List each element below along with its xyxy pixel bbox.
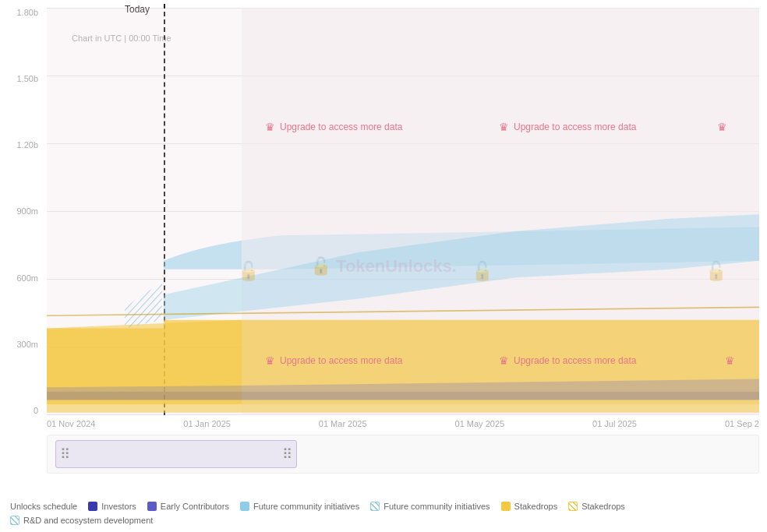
- y-label-4: 900m: [0, 206, 43, 216]
- svg-text:🔓: 🔓: [472, 260, 493, 283]
- legend-title: Unlocks schedule: [10, 502, 77, 511]
- x-label-1: 01 Nov 2024: [47, 419, 95, 428]
- scrollbar-grip-right[interactable]: ⠿: [282, 446, 292, 463]
- legend-early-contributors: Early Contributors: [147, 502, 229, 511]
- legend-color-stakedrops-hatched: [568, 502, 578, 511]
- legend-label-future-community: Future community initiatives: [253, 502, 359, 511]
- legend-color-future-community-hatched: [370, 502, 380, 511]
- y-label-5: 600m: [0, 273, 43, 283]
- legend-label-stakedrops: Stakedrops: [514, 502, 558, 511]
- x-label-3: 01 Mar 2025: [319, 419, 367, 428]
- legend-stakedrops-hatched: Stakedrops: [568, 502, 625, 511]
- legend-stakedrops: Stakedrops: [501, 502, 558, 511]
- legend-color-future-community: [240, 502, 249, 511]
- y-label-2: 1.50b: [0, 74, 43, 83]
- y-label-6: 300m: [0, 340, 43, 349]
- svg-text:🔓: 🔓: [705, 260, 727, 283]
- scrollbar-area[interactable]: ⠿ ⠿: [47, 435, 759, 474]
- x-label-6: 01 Sep 2: [725, 419, 759, 428]
- legend-label-stakedrops-hatched: Stakedrops: [581, 502, 625, 511]
- legend-label-future-community-hatched: Future community initiatives: [384, 502, 490, 511]
- legend-color-stakedrops: [501, 502, 511, 511]
- y-label-3: 1.20b: [0, 140, 43, 150]
- legend-investors: Investors: [88, 502, 136, 511]
- legend-color-investors: [88, 502, 97, 511]
- legend-future-community-hatched: Future community initiatives: [370, 502, 490, 511]
- scrollbar-grip-left[interactable]: ⠿: [60, 446, 70, 463]
- chart-svg: 🔓 🔓 🔓: [47, 8, 759, 415]
- x-label-2: 01 Jan 2025: [183, 419, 231, 428]
- legend-future-community-solid: Future community initiatives: [240, 502, 359, 511]
- legend-color-rd: [10, 516, 19, 525]
- legend-rd: R&D and ecosystem development: [10, 516, 153, 525]
- y-label-7: 0: [0, 406, 43, 415]
- svg-text:🔓: 🔓: [238, 260, 260, 283]
- legend: Unlocks schedule Investors Early Contrib…: [4, 499, 759, 528]
- x-label-4: 01 May 2025: [455, 419, 505, 428]
- scrollbar-handle[interactable]: ⠿ ⠿: [55, 440, 297, 468]
- legend-label-rd: R&D and ecosystem development: [23, 516, 153, 525]
- legend-color-early-contributors: [147, 502, 157, 511]
- x-label-5: 01 Jul 2025: [592, 419, 637, 428]
- legend-title-text: Unlocks schedule: [10, 502, 77, 511]
- legend-label-investors: Investors: [101, 502, 136, 511]
- chart-container: 1.80b 1.50b 1.20b 900m 600m 300m 0 Today…: [0, 0, 767, 532]
- y-axis: 1.80b 1.50b 1.20b 900m 600m 300m 0: [0, 8, 43, 439]
- y-label-1: 1.80b: [0, 8, 43, 17]
- legend-label-early-contributors: Early Contributors: [161, 502, 229, 511]
